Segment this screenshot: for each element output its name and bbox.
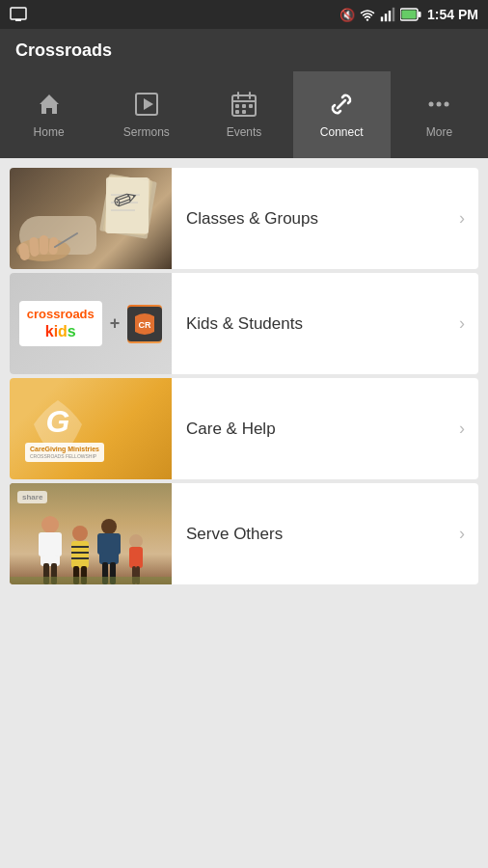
tab-connect-label: Connect <box>320 125 364 139</box>
svg-point-3 <box>366 18 368 20</box>
list-item-classes[interactable]: Classes & Groups › <box>10 168 478 269</box>
svg-rect-42 <box>39 532 45 556</box>
serve-image: share <box>10 483 172 584</box>
play-icon <box>133 91 160 122</box>
care-image: G CareGiving Ministries CROSSROADS FELLO… <box>10 378 172 479</box>
status-bar: 🔇 1:54 PM <box>0 0 488 29</box>
svg-rect-47 <box>71 541 89 568</box>
svg-rect-1 <box>15 19 21 21</box>
svg-rect-20 <box>235 110 239 114</box>
list-item-serve[interactable]: share Serve Others › <box>10 483 478 584</box>
svg-point-24 <box>445 102 449 107</box>
list-item-kids[interactable]: crossroads kids + CR Kids & Students › <box>10 273 478 374</box>
svg-rect-7 <box>393 8 394 21</box>
tab-connect[interactable]: Connect <box>293 71 391 158</box>
svg-point-53 <box>101 519 117 534</box>
kids-image: crossroads kids + CR <box>10 273 172 374</box>
svg-point-40 <box>41 516 59 533</box>
svg-text:🔇: 🔇 <box>339 7 355 22</box>
tab-more[interactable]: More <box>391 71 488 158</box>
title-bar: Crossroads <box>0 29 488 71</box>
mute-icon: 🔇 <box>339 7 355 22</box>
svg-rect-21 <box>242 110 246 114</box>
svg-rect-4 <box>381 16 383 21</box>
classes-chevron: › <box>459 208 478 229</box>
tab-sermons[interactable]: Sermons <box>97 71 195 158</box>
svg-point-59 <box>129 534 143 548</box>
svg-rect-18 <box>242 104 246 108</box>
kids-label: Kids & Students <box>172 314 459 334</box>
kids-chevron: › <box>459 313 478 334</box>
dots-icon <box>425 91 452 122</box>
status-bar-left <box>10 6 334 23</box>
serve-label: Serve Others <box>172 525 459 544</box>
svg-rect-60 <box>129 547 143 568</box>
link-icon <box>328 91 355 122</box>
screen-icon <box>10 6 27 23</box>
svg-text:G: G <box>46 404 70 439</box>
care-label: Care & Help <box>172 420 459 439</box>
main-content: Classes & Groups › crossroads kids + CR <box>0 158 488 868</box>
home-icon <box>36 91 63 122</box>
svg-rect-0 <box>11 8 26 19</box>
status-icons: 🔇 <box>339 7 421 22</box>
svg-point-46 <box>72 526 88 541</box>
svg-marker-12 <box>144 98 153 110</box>
tab-events-label: Events <box>227 125 262 139</box>
svg-rect-17 <box>235 104 239 108</box>
svg-rect-27 <box>106 177 149 233</box>
svg-rect-34 <box>40 235 48 255</box>
svg-rect-56 <box>115 533 121 555</box>
svg-point-23 <box>437 102 442 107</box>
svg-rect-9 <box>419 12 421 17</box>
calendar-icon <box>230 91 258 122</box>
tab-home[interactable]: Home <box>0 71 97 158</box>
svg-rect-6 <box>389 11 391 21</box>
classes-label: Classes & Groups <box>172 209 459 229</box>
svg-rect-10 <box>402 11 417 19</box>
signal-icon <box>380 7 395 22</box>
svg-rect-43 <box>55 532 62 556</box>
classes-image <box>10 168 172 269</box>
status-time: 1:54 PM <box>427 7 478 22</box>
tab-sermons-label: Sermons <box>123 125 170 139</box>
care-chevron: › <box>459 419 478 439</box>
tab-more-label: More <box>426 125 452 139</box>
svg-text:CR: CR <box>139 320 151 330</box>
tab-events[interactable]: Events <box>195 71 292 158</box>
tab-bar: Home Sermons Events <box>0 71 488 158</box>
list-item-care[interactable]: G CareGiving Ministries CROSSROADS FELLO… <box>10 378 478 479</box>
svg-point-22 <box>429 102 434 107</box>
tab-home-label: Home <box>34 125 65 139</box>
battery-icon <box>400 8 421 21</box>
app-title: Crossroads <box>15 41 112 61</box>
svg-rect-19 <box>249 104 253 108</box>
serve-chevron: › <box>459 524 478 544</box>
svg-rect-55 <box>97 533 103 555</box>
wifi-icon <box>360 7 375 22</box>
svg-rect-5 <box>385 14 387 21</box>
